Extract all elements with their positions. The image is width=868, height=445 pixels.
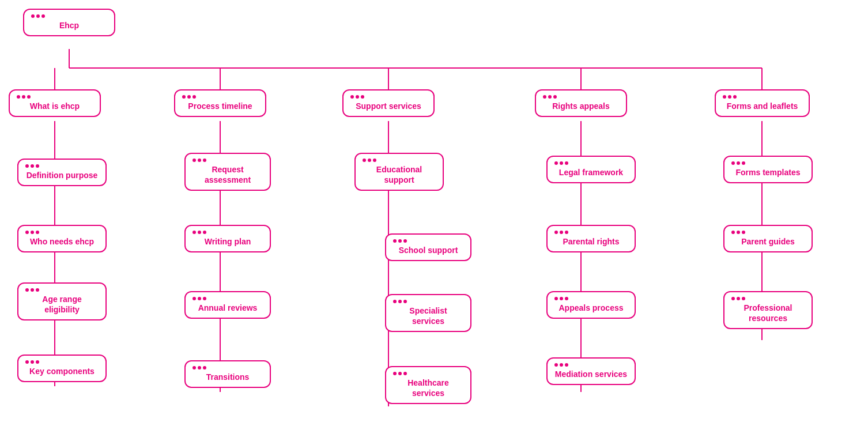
node-specialist-services[interactable]: Specialist services (385, 294, 471, 332)
node-age-range[interactable]: Age range eligibility (17, 282, 107, 320)
node-appeals-process[interactable]: Appeals process (546, 291, 636, 319)
node-forms-templates[interactable]: Forms templates (723, 156, 813, 183)
node-forms-leaflets[interactable]: Forms and leaflets (715, 89, 810, 117)
node-writing-plan[interactable]: Writing plan (184, 225, 271, 252)
node-transitions[interactable]: Transitions (184, 360, 271, 388)
node-professional-resources[interactable]: Professional resources (723, 291, 813, 329)
node-annual-reviews[interactable]: Annual reviews (184, 291, 271, 319)
node-definition-purpose[interactable]: Definition purpose (17, 159, 107, 186)
node-rights-appeals[interactable]: Rights appeals (535, 89, 627, 117)
node-mediation-services[interactable]: Mediation services (546, 357, 636, 385)
canvas: Ehcp What is ehcp Process timeline Suppo… (0, 0, 868, 445)
node-legal-framework[interactable]: Legal framework (546, 156, 636, 183)
node-key-components[interactable]: Key components (17, 355, 107, 382)
node-healthcare-services[interactable]: Healthcare services (385, 366, 471, 404)
dots-root (31, 14, 107, 18)
node-who-needs-ehcp[interactable]: Who needs ehcp (17, 225, 107, 252)
node-school-support[interactable]: School support (385, 233, 471, 261)
node-what-is-ehcp[interactable]: What is ehcp (9, 89, 101, 117)
node-support-services[interactable]: Support services (342, 89, 435, 117)
node-process-timeline[interactable]: Process timeline (174, 89, 266, 117)
label-root: Ehcp (31, 20, 107, 31)
node-educational-support[interactable]: Educational support (354, 153, 444, 191)
node-parent-guides[interactable]: Parent guides (723, 225, 813, 252)
node-parental-rights[interactable]: Parental rights (546, 225, 636, 252)
node-root[interactable]: Ehcp (23, 9, 115, 36)
node-request-assessment[interactable]: Request assessment (184, 153, 271, 191)
